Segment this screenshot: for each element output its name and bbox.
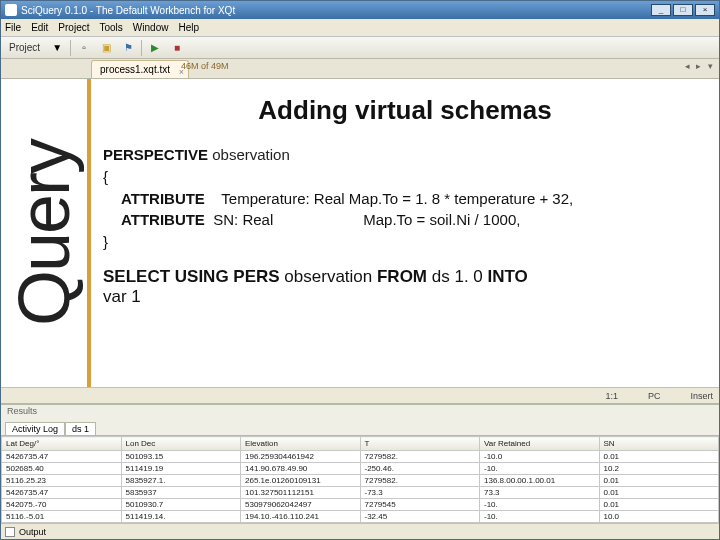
keyword-attribute: ATTRIBUTE [121, 209, 205, 231]
output-label: Output [19, 527, 46, 537]
table-cell: 141.90.678.49.90 [241, 463, 361, 475]
table-cell: 5835937 [121, 487, 241, 499]
table-cell: 0.01 [599, 487, 719, 499]
column-header[interactable]: Var Retained [480, 437, 600, 451]
editor-status-bar: 1:1 PC Insert [1, 387, 719, 403]
title-bar: SciQuery 0.1.0 - The Default Workbench f… [1, 1, 719, 19]
table-cell: 0.01 [599, 499, 719, 511]
perspective-name: observation [212, 146, 290, 163]
sel-kw2: FROM [377, 267, 427, 286]
save-icon[interactable]: ⚑ [119, 40, 137, 56]
keyword-attribute: ATTRIBUTE [121, 190, 205, 207]
table-cell: 7279545 [360, 499, 480, 511]
results-tabs: Activity Log ds 1 [1, 419, 719, 435]
table-cell: 511419.19 [121, 463, 241, 475]
table-cell: 73.3 [480, 487, 600, 499]
run-icon[interactable]: ▶ [146, 40, 164, 56]
menu-file[interactable]: File [5, 22, 21, 33]
table-cell: -250.46. [360, 463, 480, 475]
table-row[interactable]: 542075.-705010930.7530979062042497727954… [2, 499, 719, 511]
maximize-button[interactable]: □ [673, 4, 693, 16]
app-window: SciQuery 0.1.0 - The Default Workbench f… [0, 0, 720, 540]
menu-window[interactable]: Window [133, 22, 169, 33]
table-cell: 5835927.1. [121, 475, 241, 487]
table-row[interactable]: 5426735.47501093.15196.25930446194272795… [2, 451, 719, 463]
table-row[interactable]: 502685.40511419.19141.90.678.49.90-250.4… [2, 463, 719, 475]
brace-open: { [103, 166, 707, 188]
window-title: SciQuery 0.1.0 - The Default Workbench f… [21, 5, 235, 16]
table-cell: 7279582. [360, 475, 480, 487]
table-cell: 265.1e.01260109131 [241, 475, 361, 487]
menu-edit[interactable]: Edit [31, 22, 48, 33]
slide-sidebar: Query [1, 79, 91, 387]
column-header[interactable]: Lon Dec [121, 437, 241, 451]
table-cell: 10.0 [599, 511, 719, 523]
table-cell: -10. [480, 511, 600, 523]
table-row[interactable]: 5116.25.235835927.1.265.1e.0126010913172… [2, 475, 719, 487]
cursor-position: 1:1 [605, 391, 618, 401]
brace-close: } [103, 231, 707, 253]
new-file-icon[interactable]: ▫ [75, 40, 93, 56]
table-cell: 530979062042497 [241, 499, 361, 511]
table-cell: 7279582. [360, 451, 480, 463]
attr2-map: Map.To = soil.Ni / 1000, [363, 209, 520, 231]
menu-project[interactable]: Project [58, 22, 89, 33]
sel-kw3: INTO [488, 267, 528, 286]
keyword-perspective: PERSPECTIVE [103, 146, 208, 163]
column-header[interactable]: Elevation [241, 437, 361, 451]
table-cell: 502685.40 [2, 463, 122, 475]
menu-tools[interactable]: Tools [99, 22, 122, 33]
sel-obs: observation [280, 267, 377, 286]
app-icon [5, 4, 17, 16]
table-cell: 0.01 [599, 475, 719, 487]
toolbar: Project ▼ ▫ ▣ ⚑ ▶ ■ [1, 37, 719, 59]
editor-tab-strip: process1.xqt.txt × 46M of 49M ◂ ▸ ▾ [1, 59, 719, 79]
output-icon [5, 527, 15, 537]
tab-label: process1.xqt.txt [100, 64, 170, 75]
table-cell: 511419.14. [121, 511, 241, 523]
table-cell: 136.8.00.00.1.00.01 [480, 475, 600, 487]
table-cell: 194.10.-416.110.241 [241, 511, 361, 523]
minimize-button[interactable]: _ [651, 4, 671, 16]
insert-mode: Insert [690, 391, 713, 401]
sel-var: var 1 [103, 287, 141, 306]
column-header[interactable]: T [360, 437, 480, 451]
results-grid[interactable]: Lat Deg/°Lon DecElevationTVar RetainedSN… [1, 435, 719, 523]
table-cell: 101.327501112151 [241, 487, 361, 499]
stop-icon[interactable]: ■ [168, 40, 186, 56]
sel-kw1: SELECT USING PERS [103, 267, 280, 286]
toolbar-separator [70, 40, 71, 56]
project-label: Project [5, 42, 44, 53]
menu-help[interactable]: Help [178, 22, 199, 33]
editor-content[interactable]: Adding virtual schemas PERSPECTIVE obser… [91, 79, 719, 387]
close-button[interactable]: × [695, 4, 715, 16]
table-cell: 0.01 [599, 451, 719, 463]
select-statement: SELECT USING PERS observation FROM ds 1.… [103, 267, 707, 308]
table-cell: 10.2 [599, 463, 719, 475]
table-cell: -73.3 [360, 487, 480, 499]
project-dropdown-icon[interactable]: ▼ [48, 40, 66, 56]
output-bar[interactable]: Output [1, 523, 719, 539]
window-controls: _ □ × [651, 4, 715, 16]
data-table: Lat Deg/°Lon DecElevationTVar RetainedSN… [1, 436, 719, 523]
tab-nav-buttons[interactable]: ◂ ▸ ▾ [685, 61, 715, 71]
menu-bar: File Edit Project Tools Window Help [1, 19, 719, 37]
results-tab-ds1[interactable]: ds 1 [65, 422, 96, 435]
table-cell: -10. [480, 463, 600, 475]
toolbar-separator [141, 40, 142, 56]
table-cell: 5426735.47 [2, 451, 122, 463]
column-header[interactable]: Lat Deg/° [2, 437, 122, 451]
main-area: Query Adding virtual schemas PERSPECTIVE… [1, 79, 719, 387]
table-cell: 501093.15 [121, 451, 241, 463]
column-header[interactable]: SN [599, 437, 719, 451]
results-tab-log[interactable]: Activity Log [5, 422, 65, 435]
code-block: PERSPECTIVE observation { ATTRIBUTE Temp… [103, 144, 707, 253]
results-pane: Results Activity Log ds 1 Lat Deg/°Lon D… [1, 403, 719, 523]
editor-tab-active[interactable]: process1.xqt.txt × [91, 60, 189, 78]
open-folder-icon[interactable]: ▣ [97, 40, 115, 56]
memory-indicator: 46M of 49M [181, 61, 229, 71]
table-row[interactable]: 5426735.475835937101.327501112151-73.373… [2, 487, 719, 499]
slide-heading: Adding virtual schemas [103, 95, 707, 126]
attr2-name: SN: Real [213, 209, 363, 231]
table-row[interactable]: 5116.-5.01511419.14.194.10.-416.110.241-… [2, 511, 719, 523]
